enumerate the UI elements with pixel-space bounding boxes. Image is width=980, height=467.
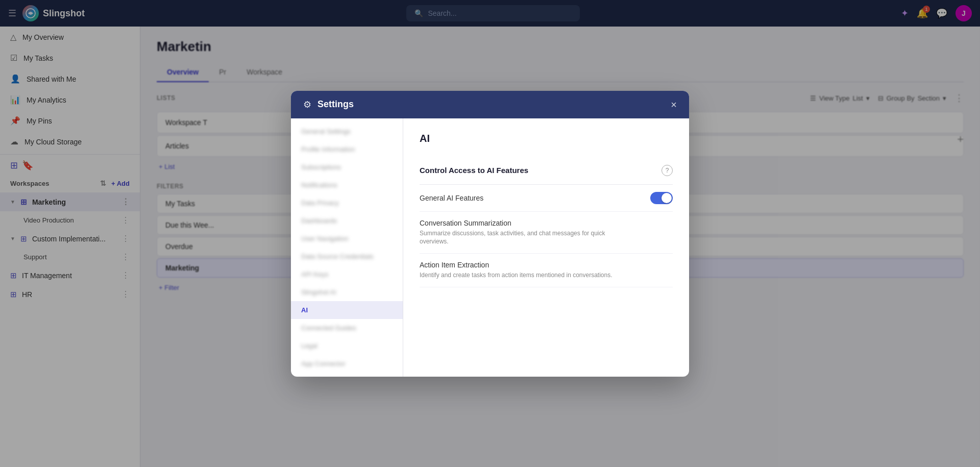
settings-item-subscriptions[interactable]: Subscriptions [291,158,403,176]
settings-modal: ⚙ Settings × General Settings Profile In… [291,91,689,377]
settings-item-profile[interactable]: Profile Information [291,140,403,158]
settings-item-general[interactable]: General Settings [291,122,403,140]
settings-section-title: AI [420,133,673,144]
modal-close-button[interactable]: × [671,100,677,110]
settings-item-user-navigation[interactable]: User Navigation [291,230,403,248]
modal-header: ⚙ Settings × [291,91,689,118]
modal-body: General Settings Profile Information Sub… [291,118,689,377]
settings-item-api-keys[interactable]: API Keys [291,265,403,283]
settings-item-dashboards[interactable]: Dashboards [291,212,403,230]
control-access-row: Control Access to AI Features ? [420,157,673,185]
settings-item-connected[interactable]: Connected Guides [291,319,403,337]
toggle-knob [662,193,672,203]
control-access-label: Control Access to AI Features [420,166,528,175]
settings-item-ai[interactable]: AI [291,301,403,319]
sub-feature-name: Conversation Summarization [420,219,622,227]
settings-sidebar: General Settings Profile Information Sub… [291,118,403,377]
modal-title: Settings [317,99,665,110]
general-ai-label: General AI Features [420,194,483,202]
sub-feature-name: Action Item Extraction [420,261,612,269]
settings-item-data-privacy[interactable]: Data Privacy [291,194,403,212]
conversation-summarization-row: Conversation Summarization Summarize dis… [420,212,673,254]
sub-feature-desc: Identify and create tasks from action it… [420,271,612,280]
general-ai-toggle-row: General AI Features [420,185,673,212]
settings-content: AI Control Access to AI Features ? Gener… [403,118,689,377]
help-icon[interactable]: ? [662,165,673,176]
settings-item-slingshot-ai[interactable]: Slingshot AI [291,283,403,301]
settings-item-legal[interactable]: Legal [291,337,403,355]
action-item-extraction-row: Action Item Extraction Identify and crea… [420,254,673,287]
settings-item-app-connector[interactable]: App Connector [291,355,403,373]
general-ai-toggle[interactable] [650,192,673,204]
sub-feature-desc: Summarize discussions, task activities, … [420,229,622,247]
settings-item-data-source[interactable]: Data Source Credentials [291,248,403,265]
settings-icon: ⚙ [303,99,311,110]
settings-item-notifications[interactable]: Notifications [291,176,403,194]
modal-overlay[interactable]: ⚙ Settings × General Settings Profile In… [0,0,980,467]
